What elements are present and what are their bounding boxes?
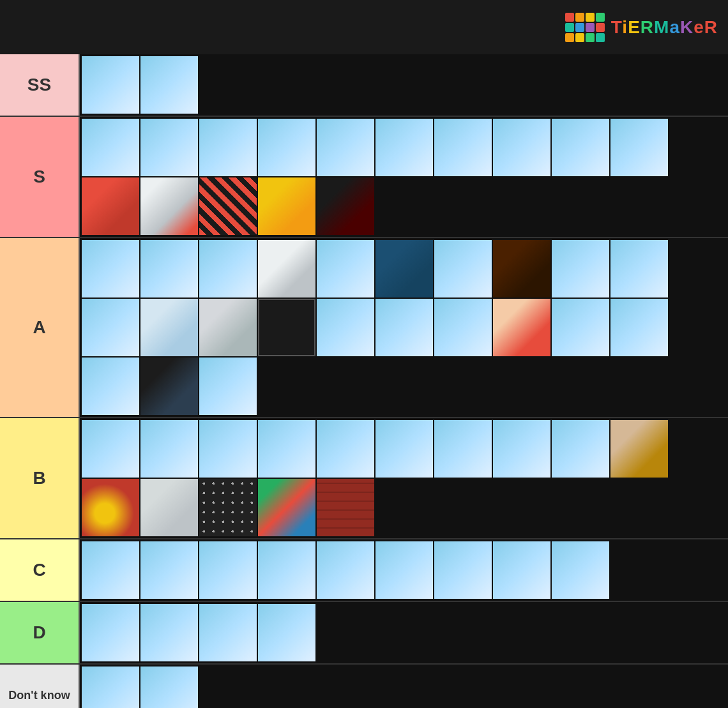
tier-label-c: C: [0, 539, 80, 601]
list-item: [258, 240, 315, 298]
list-item: [258, 479, 315, 536]
list-item: [199, 604, 257, 661]
list-item: [199, 177, 257, 235]
list-item: [434, 240, 492, 298]
tier-items-s: [80, 117, 728, 237]
list-item: [434, 541, 492, 599]
list-item: [82, 667, 139, 708]
logo-grid-icon: [565, 13, 605, 42]
tier-row-ss: SS: [0, 54, 728, 117]
list-item: [140, 358, 198, 415]
tier-items-ss: [80, 54, 728, 116]
tier-label-d: D: [0, 602, 80, 663]
list-item: [552, 541, 609, 599]
list-item: [199, 420, 257, 478]
list-item: [610, 240, 668, 298]
list-item: [140, 299, 198, 356]
list-item: [375, 119, 433, 176]
tier-label-dont-know: Don't know: [0, 665, 80, 708]
list-item: [317, 119, 374, 176]
list-item: [610, 119, 668, 176]
list-item: [82, 240, 139, 298]
list-item: [140, 420, 198, 478]
list-item: [82, 358, 139, 415]
list-item: [199, 240, 257, 298]
list-item: [82, 604, 139, 661]
list-item: [493, 240, 550, 298]
list-item: [610, 299, 668, 356]
list-item: [434, 299, 492, 356]
list-item: [82, 420, 139, 478]
tier-label-a: A: [0, 238, 80, 417]
list-item: [140, 479, 198, 536]
tier-row-c: C: [0, 539, 728, 602]
tier-items-c: [80, 539, 728, 601]
list-item: [552, 420, 609, 478]
list-item: [82, 56, 139, 114]
list-item: [199, 119, 257, 176]
tier-row-d: D: [0, 602, 728, 665]
tier-row-a: A: [0, 238, 728, 418]
list-item: [140, 56, 198, 114]
tier-row-s: S: [0, 117, 728, 238]
list-item: [375, 240, 433, 298]
list-item: [199, 479, 257, 536]
tier-items-b: [80, 418, 728, 538]
list-item: [82, 119, 139, 176]
list-item: [140, 541, 198, 599]
list-item: [199, 299, 257, 356]
list-item: [140, 119, 198, 176]
list-item: [493, 541, 550, 599]
list-item: [434, 119, 492, 176]
list-item: [258, 177, 315, 235]
list-item: [552, 240, 609, 298]
tier-label-b: B: [0, 418, 80, 538]
tiermaker-app: TiERMaKeR SS S: [0, 0, 728, 708]
list-item: [317, 479, 374, 536]
tier-items-dont-know: [80, 665, 728, 708]
list-item: [493, 420, 550, 478]
list-item: [82, 479, 139, 536]
logo-text: TiERMaKeR: [611, 17, 718, 38]
list-item: [317, 541, 374, 599]
list-item: [434, 420, 492, 478]
list-item: [199, 358, 257, 415]
list-item: [258, 541, 315, 599]
list-item: [317, 177, 374, 235]
list-item: [552, 299, 609, 356]
tier-table: SS S: [0, 54, 728, 708]
list-item: [610, 420, 668, 478]
list-item: [375, 541, 433, 599]
tier-label-s: S: [0, 117, 80, 237]
tier-label-ss: SS: [0, 54, 80, 116]
list-item: [82, 541, 139, 599]
tiermaker-logo: TiERMaKeR: [565, 13, 718, 42]
list-item: [258, 299, 315, 356]
list-item: [493, 299, 550, 356]
tier-items-d: [80, 602, 728, 663]
list-item: [140, 177, 198, 235]
list-item: [317, 299, 374, 356]
list-item: [317, 240, 374, 298]
list-item: [493, 119, 550, 176]
list-item: [199, 541, 257, 599]
list-item: [552, 119, 609, 176]
tier-items-a: [80, 238, 728, 417]
list-item: [140, 667, 198, 708]
tier-row-dont-know: Don't know: [0, 665, 728, 708]
list-item: [140, 604, 198, 661]
list-item: [375, 420, 433, 478]
list-item: [317, 420, 374, 478]
list-item: [258, 420, 315, 478]
list-item: [82, 177, 139, 235]
tier-row-b: B: [0, 418, 728, 539]
header: TiERMaKeR: [0, 0, 728, 54]
list-item: [375, 299, 433, 356]
list-item: [82, 299, 139, 356]
list-item: [258, 119, 315, 176]
list-item: [140, 240, 198, 298]
list-item: [258, 604, 315, 661]
